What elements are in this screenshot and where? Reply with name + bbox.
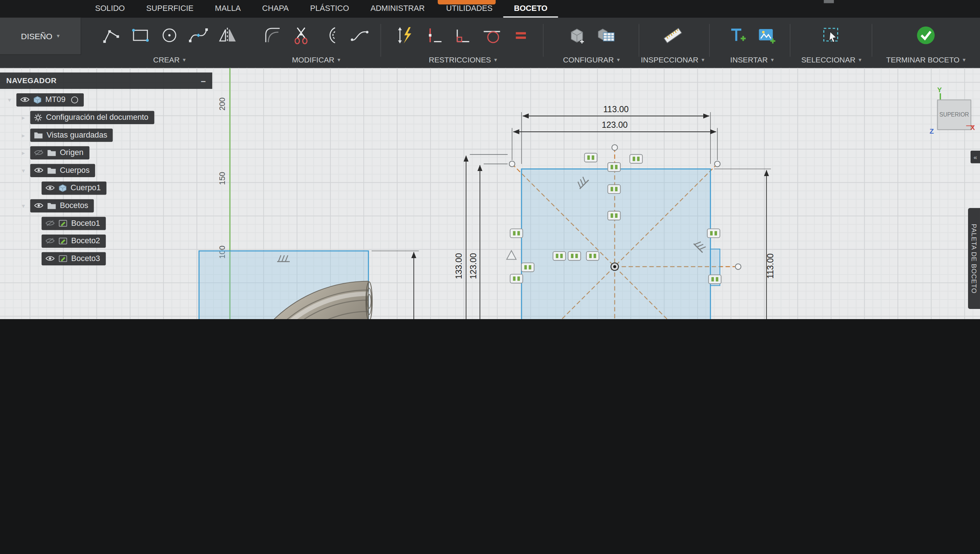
constraint-badge[interactable] — [568, 252, 581, 260]
sketch-point[interactable] — [612, 145, 618, 151]
parameters-button[interactable] — [563, 21, 592, 50]
tree-item-bocetos[interactable]: ▾ Bocetos — [0, 199, 212, 212]
finish-sketch-button[interactable] — [912, 21, 940, 50]
constraint-badge[interactable] — [522, 263, 534, 271]
sketch-point[interactable] — [509, 161, 515, 167]
design-menu-button[interactable]: DISEÑO ▾ — [0, 18, 81, 55]
tab-solido[interactable]: SOLIDO — [84, 0, 136, 18]
eye-off-icon[interactable] — [45, 238, 55, 244]
tab-plastico[interactable]: PLÁSTICO — [299, 0, 360, 18]
line-tool-button[interactable] — [97, 21, 126, 50]
eye-icon[interactable] — [34, 167, 43, 173]
eye-off-icon[interactable] — [34, 150, 43, 156]
toolbar-separator — [639, 24, 640, 57]
rectangle-tool-button[interactable] — [126, 21, 155, 50]
dimension-right-sketch-top2[interactable]: 123.00 — [512, 121, 718, 160]
group-insertar: INSERTAR▾ — [716, 20, 789, 66]
triangle-constraint-icon[interactable] — [507, 251, 516, 259]
eye-icon[interactable] — [34, 202, 43, 208]
group-label-terminar-boceto[interactable]: TERMINAR BOCETO▾ — [886, 56, 966, 66]
group-label-configurar[interactable]: CONFIGURAR▾ — [563, 56, 620, 66]
chevron-down-icon[interactable]: ▾ — [19, 202, 27, 209]
perpendicular-constraint-button[interactable] — [448, 21, 477, 50]
right-sketch[interactable]: 113.00 123.00 133.00 12 — [454, 105, 775, 319]
vertical-constraint-button[interactable] — [420, 21, 449, 50]
constraint-badge[interactable] — [587, 252, 599, 260]
insert-image-button[interactable] — [752, 21, 781, 50]
trim-tool-button[interactable] — [287, 21, 316, 50]
minimize-icon[interactable]: – — [201, 75, 206, 86]
select-button[interactable] — [817, 21, 846, 50]
viewcube[interactable]: Y SUPERIOR X Z — [935, 91, 970, 126]
constraint-badge[interactable] — [510, 229, 523, 238]
dimension-right-sketch-right[interactable]: 113.00 — [714, 169, 775, 319]
sketch-palette-label: PALETA DE BOCETO — [970, 224, 978, 293]
equal-constraint-button[interactable] — [506, 21, 535, 50]
constraint-badge[interactable] — [707, 229, 720, 238]
tree-item-boceto1[interactable]: Boceto1 — [0, 216, 212, 230]
offset-tool-button[interactable] — [316, 21, 345, 50]
tree-item-configuracion[interactable]: ▸ Configuración del documento — [0, 110, 212, 124]
tree-item-cuerpos[interactable]: ▾ Cuerpos — [0, 163, 212, 177]
constraint-badge[interactable] — [630, 154, 643, 163]
dimension-right-sketch-left2[interactable]: 123.00 — [469, 164, 508, 319]
eye-icon[interactable] — [45, 255, 55, 262]
chevron-right-icon[interactable]: ▸ — [19, 113, 27, 121]
eye-icon[interactable] — [20, 97, 30, 103]
sketch-dimension-button[interactable] — [391, 21, 420, 50]
sketch-palette-tab[interactable]: PALETA DE BOCETO — [968, 208, 980, 309]
group-label-seleccionar[interactable]: SELECCIONAR▾ — [801, 56, 861, 66]
eye-icon[interactable] — [45, 185, 55, 191]
constraint-badge[interactable] — [553, 252, 566, 260]
navigator-header[interactable]: NAVEGADOR – — [0, 73, 212, 89]
chevron-right-icon[interactable]: ▸ — [19, 131, 27, 138]
tree-item-mt09[interactable]: ▾ MT09 — [0, 93, 212, 106]
measure-button[interactable] — [658, 21, 687, 50]
group-label-modificar[interactable]: MODIFICAR▾ — [292, 56, 340, 66]
parameters-table-button[interactable] — [592, 21, 620, 50]
group-label-restricciones[interactable]: RESTRICCIONES▾ — [429, 56, 497, 66]
eye-off-icon[interactable] — [45, 220, 55, 226]
dimension-right-sketch-top1[interactable]: 113.00 — [522, 105, 711, 164]
chevron-right-icon[interactable]: ▸ — [19, 149, 27, 156]
chevron-down-icon[interactable]: ▾ — [19, 167, 27, 174]
constraint-badge[interactable] — [608, 163, 620, 171]
tangent-constraint-button[interactable] — [477, 21, 506, 50]
chevron-down-icon[interactable]: ▾ — [5, 96, 14, 103]
curve-tool-button[interactable] — [345, 21, 374, 50]
grid-label: 150 — [218, 172, 227, 185]
tab-boceto[interactable]: BOCETO — [503, 0, 558, 18]
constraint-badge[interactable] — [608, 211, 620, 220]
sketch-point[interactable] — [714, 161, 720, 167]
toolbar-separator — [709, 24, 710, 57]
tab-administrar[interactable]: ADMINISTRAR — [360, 0, 436, 18]
group-label-crear[interactable]: CREAR▾ — [153, 56, 186, 66]
tree-item-boceto3[interactable]: Boceto3 — [0, 252, 212, 265]
spline-tool-button[interactable] — [184, 21, 213, 50]
constraint-badge[interactable] — [709, 275, 721, 284]
circle-tool-button[interactable] — [155, 21, 184, 50]
dimension-right-sketch-left1[interactable]: 133.00 — [454, 154, 508, 319]
constraint-badge[interactable] — [608, 185, 620, 193]
active-document-radio[interactable] — [71, 96, 78, 103]
group-label-inspeccionar[interactable]: INSPECCIONAR▾ — [641, 56, 704, 66]
toolbar-separator — [543, 24, 544, 57]
tree-item-vistas[interactable]: ▸ Vistas guardadas — [0, 128, 212, 142]
tree-item-cuerpo1[interactable]: Cuerpo1 — [0, 181, 212, 195]
tab-superficie[interactable]: SUPERFICIE — [136, 0, 204, 18]
group-label-insertar[interactable]: INSERTAR▾ — [730, 56, 774, 66]
constraint-badge[interactable] — [510, 274, 523, 283]
tree-item-boceto2[interactable]: Boceto2 — [0, 234, 212, 247]
fillet-tool-button[interactable] — [258, 21, 287, 50]
insert-text-button[interactable] — [723, 21, 752, 50]
left-sketch[interactable]: 110.00 110.00 — [199, 251, 423, 319]
dimension-left-sketch-right[interactable]: 110.00 — [372, 251, 423, 319]
viewport-canvas[interactable]: 200 150 100 50 -50 -100 — [0, 68, 980, 319]
tab-malla[interactable]: MALLA — [204, 0, 251, 18]
constraint-badge[interactable] — [584, 153, 597, 162]
panel-collapse-button[interactable]: « — [970, 151, 980, 163]
tab-chapa[interactable]: CHAPA — [251, 0, 299, 18]
tree-item-origen[interactable]: ▸ Origen — [0, 145, 212, 160]
sketch-point[interactable] — [735, 264, 741, 270]
mirror-tool-button[interactable] — [213, 21, 242, 50]
